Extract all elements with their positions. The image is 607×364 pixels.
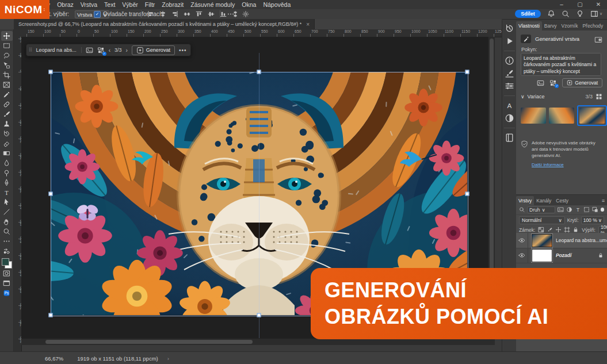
frame-tool-icon[interactable] bbox=[1, 80, 13, 90]
brush-settings-icon[interactable] bbox=[505, 68, 514, 78]
search-icon[interactable] bbox=[562, 10, 570, 18]
layer-visibility-eye-icon[interactable] bbox=[516, 233, 528, 248]
tab-vlastnosti[interactable]: Vlastnosti bbox=[516, 21, 542, 30]
lock-all-icon[interactable] bbox=[572, 227, 579, 233]
collapse-chevron-icon[interactable]: ∨ bbox=[521, 94, 525, 99]
layer-row-1[interactable]: Leopard na abstra...umělecký koncept bbox=[516, 233, 607, 248]
distribute-h-icon[interactable] bbox=[183, 10, 191, 18]
maximize-button[interactable]: ▢ bbox=[575, 0, 585, 9]
spot-healing-tool-icon[interactable] bbox=[1, 99, 13, 109]
swap-colors-icon[interactable] bbox=[1, 246, 13, 256]
menu-vrstva[interactable]: Vrstva bbox=[77, 0, 101, 9]
tab-cesty[interactable]: Cesty bbox=[553, 196, 571, 205]
screen-mode-icon[interactable] bbox=[1, 278, 13, 288]
transform-handle[interactable] bbox=[257, 313, 261, 317]
glyphs-icon[interactable]: A bbox=[505, 101, 514, 110]
image-filter-icon[interactable] bbox=[558, 206, 564, 213]
menu-z-suvn-moduly[interactable]: Zásuvné moduly bbox=[187, 0, 238, 9]
align-top-icon[interactable] bbox=[195, 10, 203, 18]
transform-controls-checkbox[interactable]: ✓ bbox=[94, 11, 101, 18]
history-brush-tool-icon[interactable] bbox=[1, 129, 13, 139]
generative-credits-icon[interactable] bbox=[549, 79, 557, 87]
line-tool-icon[interactable] bbox=[1, 207, 13, 217]
add-image-icon[interactable] bbox=[86, 47, 93, 54]
variation-thumbnail-1[interactable] bbox=[521, 108, 546, 124]
color-swatches[interactable] bbox=[2, 258, 12, 269]
drag-grip-icon[interactable]: ⠿ bbox=[29, 47, 32, 53]
align-center-h-icon[interactable] bbox=[159, 10, 167, 18]
lightbulb-icon[interactable] bbox=[576, 10, 584, 18]
align-left-icon[interactable] bbox=[147, 10, 155, 18]
rect-marquee-tool-icon[interactable] bbox=[1, 41, 13, 51]
tab-vzorn-k[interactable]: Vzorník bbox=[559, 21, 581, 30]
transform-handle[interactable] bbox=[49, 191, 53, 196]
menu-n-pov-da[interactable]: Nápověda bbox=[259, 0, 294, 9]
crop-tool-icon[interactable] bbox=[1, 70, 13, 80]
menu-zobrazit[interactable]: Zobrazit bbox=[158, 0, 187, 9]
shape-filter-icon[interactable] bbox=[583, 206, 590, 213]
variation-thumbnail-3[interactable] bbox=[579, 108, 605, 124]
dodge-tool-icon[interactable] bbox=[1, 168, 13, 178]
zoom-tool-tool-icon[interactable] bbox=[1, 227, 13, 236]
path-selection-tool-icon[interactable] bbox=[1, 197, 13, 207]
layer-name[interactable]: Pozadí bbox=[556, 252, 594, 258]
foreground-color-swatch[interactable] bbox=[2, 258, 9, 266]
layer-visibility-eye-icon[interactable] bbox=[516, 248, 528, 263]
align-right-icon[interactable] bbox=[171, 10, 179, 18]
lasso-tool-icon[interactable] bbox=[1, 51, 13, 60]
learn-more-link[interactable]: Další informace bbox=[532, 162, 602, 168]
share-button[interactable]: Sdílet bbox=[515, 10, 541, 18]
type-filter-icon[interactable]: T bbox=[575, 206, 581, 213]
align-bottom-icon[interactable] bbox=[219, 10, 227, 18]
brush-tool-icon[interactable] bbox=[1, 109, 13, 119]
tool-presets-icon[interactable] bbox=[505, 81, 514, 91]
actions-play-icon[interactable] bbox=[505, 36, 514, 46]
history-icon[interactable] bbox=[505, 24, 514, 33]
align-middle-icon[interactable] bbox=[207, 10, 215, 18]
zoom-level[interactable]: 66,67% bbox=[45, 355, 63, 362]
transform-handle[interactable] bbox=[465, 70, 469, 74]
layer-thumbnail[interactable] bbox=[532, 249, 552, 262]
layer-name[interactable]: Leopard na abstra...umělecký koncept bbox=[556, 237, 607, 243]
pen-tool-icon[interactable] bbox=[1, 178, 13, 187]
more-options-icon[interactable] bbox=[227, 10, 235, 18]
opacity-value[interactable]: 100 %∨ bbox=[581, 216, 604, 224]
lock-move-icon[interactable] bbox=[555, 227, 562, 233]
eraser-tool-icon[interactable] bbox=[1, 139, 13, 148]
filter-pin-icon[interactable] bbox=[601, 208, 604, 212]
selected-variation[interactable] bbox=[577, 105, 607, 126]
lock-paint-icon[interactable] bbox=[547, 227, 553, 233]
tab-kan-ly[interactable]: Kanály bbox=[534, 196, 553, 205]
status-menu-icon[interactable]: › bbox=[167, 355, 169, 362]
smart-object-filter-icon[interactable] bbox=[592, 206, 598, 213]
menu-okna[interactable]: Okna bbox=[238, 0, 259, 9]
more-actions-icon[interactable]: ••• bbox=[179, 47, 187, 53]
eyedropper-tool-icon[interactable] bbox=[1, 90, 13, 99]
tab-vrstvy[interactable]: Vrstvy bbox=[516, 196, 534, 205]
workspace-switcher[interactable]: ∨ bbox=[590, 10, 602, 18]
variation-thumbnail-2[interactable] bbox=[549, 108, 574, 124]
blend-mode-dropdown[interactable]: Normální∨ bbox=[519, 216, 565, 224]
transform-handle[interactable] bbox=[257, 70, 261, 74]
minimize-button[interactable]: – bbox=[556, 0, 567, 9]
gear-icon[interactable] bbox=[242, 10, 250, 18]
close-tab-icon[interactable]: × bbox=[306, 21, 310, 28]
tab-barvy[interactable]: Barvy bbox=[542, 21, 559, 30]
quick-mask-icon[interactable] bbox=[1, 269, 13, 278]
menu-filtr[interactable]: Filtr bbox=[142, 0, 159, 9]
transform-handle[interactable] bbox=[49, 313, 53, 317]
menu-v-b-r[interactable]: Výběr bbox=[119, 0, 141, 9]
document-tab[interactable]: Screenshoty.psd @ 66,7% (Leopard na abst… bbox=[14, 19, 315, 29]
reference-image-icon[interactable] bbox=[537, 79, 544, 87]
bell-icon[interactable] bbox=[547, 10, 555, 18]
generate-button-context[interactable]: Generovat bbox=[132, 45, 175, 55]
blur-tool-icon[interactable] bbox=[1, 158, 13, 168]
filter-type-dropdown[interactable]: Druh∨ bbox=[527, 206, 555, 213]
layer-thumbnail[interactable] bbox=[532, 234, 552, 247]
adjustment-filter-icon[interactable] bbox=[566, 206, 572, 213]
lock-transparent-icon[interactable] bbox=[538, 227, 544, 233]
lock-artboard-icon[interactable] bbox=[564, 227, 570, 233]
transform-handle[interactable] bbox=[465, 191, 469, 196]
adjustments-icon[interactable] bbox=[505, 113, 514, 123]
object-selection-tool-icon[interactable] bbox=[1, 60, 13, 70]
